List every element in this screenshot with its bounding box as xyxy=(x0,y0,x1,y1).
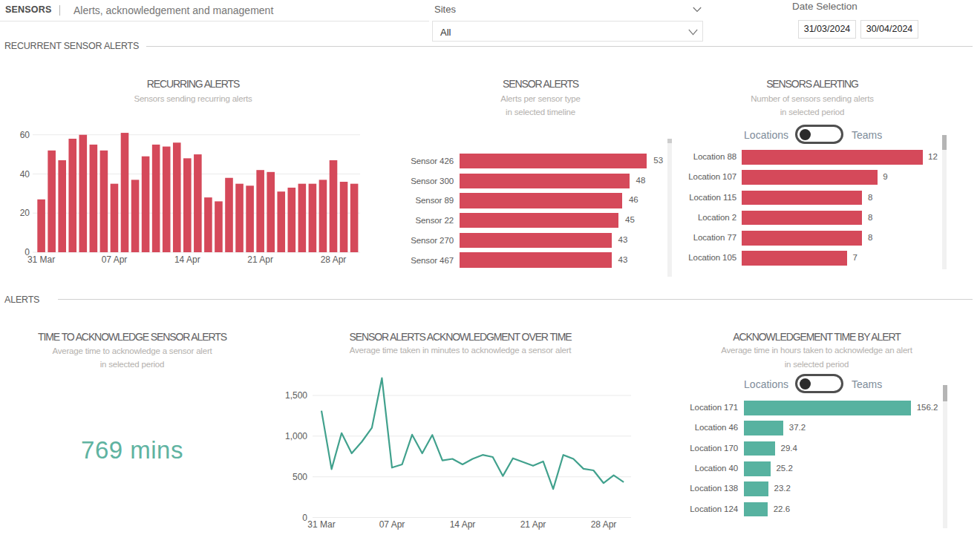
svg-text:31 Mar: 31 Mar xyxy=(27,254,55,265)
svg-text:40: 40 xyxy=(20,169,30,180)
svg-text:1,000: 1,000 xyxy=(285,431,307,441)
svg-text:31 Mar: 31 Mar xyxy=(307,519,335,530)
svg-text:500: 500 xyxy=(293,472,307,482)
svg-text:14 Apr: 14 Apr xyxy=(450,519,476,530)
svg-text:07 Apr: 07 Apr xyxy=(379,519,405,530)
svg-text:1,500: 1,500 xyxy=(285,390,307,401)
svg-text:21 Apr: 21 Apr xyxy=(520,519,546,530)
svg-text:14 Apr: 14 Apr xyxy=(174,254,200,265)
svg-text:07 Apr: 07 Apr xyxy=(102,254,128,265)
svg-text:0: 0 xyxy=(302,513,307,523)
svg-text:60: 60 xyxy=(20,130,30,140)
svg-text:28 Apr: 28 Apr xyxy=(591,519,617,530)
svg-text:21 Apr: 21 Apr xyxy=(247,254,273,265)
svg-text:20: 20 xyxy=(20,208,30,218)
svg-text:28 Apr: 28 Apr xyxy=(321,254,347,265)
